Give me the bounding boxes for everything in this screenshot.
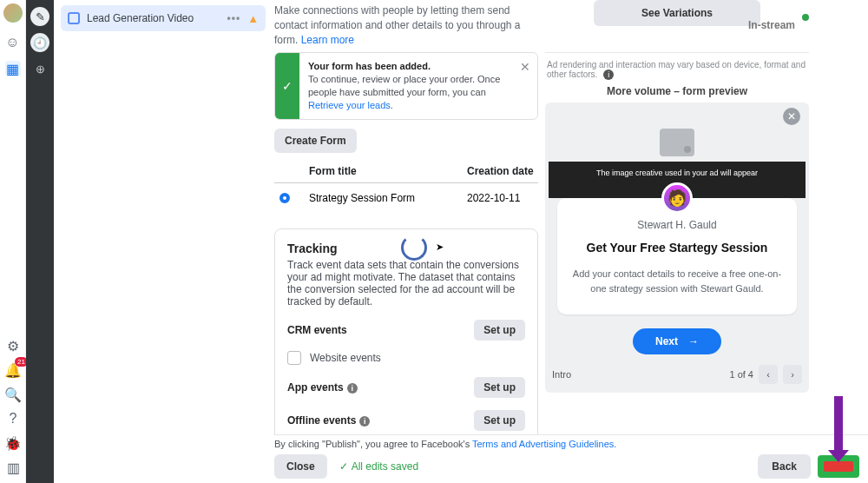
form-column: Make connections with people by letting … bbox=[274, 0, 538, 440]
tracking-desc: Track event data sets that contain the c… bbox=[287, 259, 525, 308]
online-dot-icon bbox=[802, 14, 809, 21]
tool-column: ✎ 🕘 ⊕ bbox=[26, 0, 54, 483]
image-placeholder-icon bbox=[660, 129, 694, 156]
crm-setup-button[interactable]: Set up bbox=[474, 320, 525, 341]
row-title: Strategy Session Form bbox=[309, 192, 467, 204]
terms-link[interactable]: Terms and Advertising Guidelines. bbox=[472, 439, 616, 449]
breadcrumb[interactable]: Lead Generation Video ••• ▲ bbox=[61, 5, 266, 31]
row-date: 2022-10-11 bbox=[467, 192, 538, 204]
close-icon[interactable]: ✕ bbox=[520, 60, 530, 74]
more-icon[interactable]: ••• bbox=[227, 12, 241, 24]
preview-column: See Variations In-stream Ad rendering an… bbox=[545, 0, 809, 440]
preview-desc: Add your contact details to receive a fr… bbox=[569, 267, 785, 297]
preview-heading: More volume – form preview bbox=[545, 85, 809, 97]
website-events-checkbox[interactable]: Website events bbox=[287, 351, 525, 365]
breadcrumb-label: Lead Generation Video bbox=[87, 12, 194, 24]
pager-count: 1 of 4 bbox=[729, 369, 753, 380]
bell-icon[interactable]: 🔔 bbox=[5, 362, 21, 378]
pencil-icon[interactable]: ✎ bbox=[30, 7, 49, 26]
check-icon: ✓ bbox=[275, 53, 299, 118]
grid-icon[interactable]: ▦ bbox=[5, 61, 21, 76]
form-preview: ✕ The image creative used in your ad wil… bbox=[545, 103, 809, 393]
back-button[interactable]: Back bbox=[758, 454, 811, 479]
preview-close-icon[interactable]: ✕ bbox=[783, 108, 800, 125]
next-button[interactable]: Next→ bbox=[633, 328, 721, 354]
check-icon: ✓ bbox=[339, 460, 348, 473]
website-events-label: Website events bbox=[310, 352, 381, 364]
info-icon[interactable]: i bbox=[603, 69, 614, 80]
form-added-notice: ✓ Your form has been added. To continue,… bbox=[274, 52, 538, 119]
tracking-card: Tracking Track event data sets that cont… bbox=[274, 228, 538, 440]
profile-avatar[interactable] bbox=[3, 3, 23, 23]
checkbox-icon[interactable] bbox=[287, 351, 301, 365]
bug-icon[interactable]: 🐞 bbox=[5, 435, 21, 451]
render-disclaimer: Ad rendering and interaction may vary ba… bbox=[545, 60, 809, 80]
panel-icon[interactable]: ▥ bbox=[5, 460, 21, 475]
in-stream-label: In-stream bbox=[748, 19, 795, 31]
save-status: ✓All edits saved bbox=[339, 460, 418, 473]
main-area: Make connections with people by letting … bbox=[274, 0, 868, 483]
close-button[interactable]: Close bbox=[274, 454, 327, 479]
loading-spinner-icon bbox=[401, 235, 427, 261]
form-intro: Make connections with people by letting … bbox=[274, 3, 538, 47]
offline-setup-button[interactable]: Set up bbox=[474, 410, 525, 431]
info-icon[interactable]: i bbox=[359, 416, 370, 427]
learn-more-link[interactable]: Learn more bbox=[301, 34, 354, 46]
radio-selected-icon[interactable] bbox=[279, 193, 290, 203]
footer: By clicking "Publish", you agree to Face… bbox=[274, 434, 868, 483]
table-row[interactable]: Strategy Session Form 2022-10-11 bbox=[274, 183, 538, 213]
preview-title: Get Your Free Startegy Session bbox=[569, 240, 785, 256]
retrieve-leads-link[interactable]: Retrieve your leads bbox=[308, 100, 391, 110]
policy-text: By clicking "Publish", you agree to Face… bbox=[274, 439, 859, 449]
left-rail: ☺ ▦ ⚙ 🔔 🔍 ? 🐞 ▥ bbox=[0, 0, 26, 483]
preview-name: Stewart H. Gauld bbox=[569, 219, 785, 231]
app-events-label: App events bbox=[287, 381, 344, 394]
warning-icon: ▲ bbox=[247, 12, 259, 25]
forms-table: Form title Creation date Strategy Sessio… bbox=[274, 165, 538, 213]
see-variations-button[interactable]: See Variations bbox=[594, 0, 760, 26]
arrow-right-icon: → bbox=[688, 335, 699, 347]
ad-icon bbox=[68, 12, 80, 24]
cursor-icon: ➤ bbox=[436, 242, 444, 253]
image-note: The image creative used in your ad will … bbox=[596, 169, 758, 177]
zoom-icon[interactable]: ⊕ bbox=[30, 59, 49, 78]
prev-page-button[interactable]: ‹ bbox=[759, 365, 778, 384]
app-setup-button[interactable]: Set up bbox=[474, 377, 525, 398]
clock-icon[interactable]: 🕘 bbox=[30, 33, 49, 52]
offline-events-label: Offline events bbox=[287, 414, 356, 427]
col-creation-date: Creation date bbox=[467, 165, 538, 177]
help-icon[interactable]: ? bbox=[5, 411, 21, 427]
search-icon[interactable]: 🔍 bbox=[5, 387, 21, 402]
avatar: 🧑 bbox=[661, 182, 693, 214]
create-form-button[interactable]: Create Form bbox=[274, 129, 357, 153]
pager-intro-label: Intro bbox=[552, 369, 571, 380]
crm-events-label: CRM events bbox=[287, 324, 347, 336]
info-icon[interactable]: i bbox=[347, 383, 358, 394]
smiley-icon[interactable]: ☺ bbox=[5, 35, 21, 50]
gear-icon[interactable]: ⚙ bbox=[5, 338, 21, 354]
next-page-button[interactable]: › bbox=[783, 365, 802, 384]
arrow-down-icon bbox=[834, 396, 843, 452]
notice-text: Your form has been added. To continue, r… bbox=[299, 53, 537, 118]
col-form-title: Form title bbox=[309, 165, 467, 177]
